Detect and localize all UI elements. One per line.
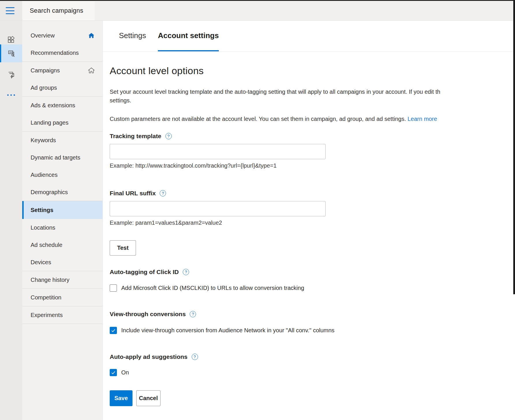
view-through-label-row: View-through conversions ? (110, 311, 515, 318)
icon-rail (0, 21, 22, 420)
auto-tagging-checkbox-row: Add Microsoft Click ID (MSCLKID) to URLs… (110, 284, 515, 292)
sidebar-item-competition[interactable]: Competition (22, 289, 102, 306)
auto-tagging-label: Auto-tagging of Click ID (110, 269, 179, 275)
sidebar-item-devices[interactable]: Devices (22, 254, 102, 271)
check-icon (111, 328, 116, 333)
intro-line-2: settings. (110, 96, 515, 105)
sidebar-item-ad-groups[interactable]: Ad groups (22, 79, 102, 96)
help-icon[interactable]: ? (192, 354, 198, 360)
auto-apply-checkbox[interactable] (110, 369, 117, 376)
home-icon (88, 32, 95, 39)
bulk-edits-icon[interactable] (0, 66, 22, 83)
final-url-suffix-input[interactable] (110, 201, 326, 216)
main-panel: Settings Account settings Account level … (103, 21, 515, 420)
auto-tagging-label-row: Auto-tagging of Click ID ? (110, 269, 515, 275)
sidebar-item-recommendations[interactable]: Recommendations (22, 44, 102, 61)
view-through-checkbox-row: Include view-through conversion from Aud… (110, 327, 515, 334)
custom-parameters-text: Custom parameters are not available at t… (110, 116, 406, 122)
section-heading: Account level options (110, 65, 515, 76)
sidebar-item-experiments[interactable]: Experiments (22, 306, 102, 324)
check-icon (111, 370, 116, 375)
intro-line-1: Set your account level tracking template… (110, 87, 515, 96)
account-level-options-section: Account level options Set your account l… (103, 65, 515, 406)
more-icon[interactable] (0, 87, 22, 103)
app-header: Search campaigns (0, 1, 515, 21)
tracking-template-label-row: Tracking template ? (110, 133, 515, 140)
sidebar-item-overview[interactable]: Overview (22, 27, 102, 44)
msclkid-checkbox[interactable] (110, 284, 117, 292)
sidebar: Overview Recommendations Campaigns Ad gr… (22, 21, 103, 420)
final-url-suffix-label: Final URL suffix (110, 190, 156, 197)
auto-apply-checkbox-label: On (121, 369, 129, 376)
sidebar-item-ad-schedule[interactable]: Ad schedule (22, 236, 102, 254)
page-title: Search campaigns (22, 7, 83, 14)
auto-apply-label: Auto-apply ad suggestions (110, 353, 188, 360)
sidebar-item-ads-extensions[interactable]: Ads & extensions (22, 97, 102, 114)
custom-parameters-note: Custom parameters are not available at t… (110, 116, 515, 122)
help-icon[interactable]: ? (165, 133, 172, 139)
sidebar-divider (22, 324, 102, 324)
tracking-template-label: Tracking template (110, 133, 161, 140)
tab-bar: Settings Account settings (103, 21, 515, 52)
sidebar-item-keywords[interactable]: Keywords (22, 132, 102, 149)
intro-paragraph: Set your account level tracking template… (110, 87, 515, 105)
view-through-label: View-through conversions (110, 311, 186, 318)
help-icon[interactable]: ? (190, 311, 196, 317)
sidebar-item-settings[interactable]: Settings (22, 201, 102, 219)
sidebar-item-demographics[interactable]: Demographics (22, 183, 102, 201)
help-icon[interactable]: ? (160, 190, 166, 196)
help-icon[interactable]: ? (183, 269, 189, 275)
cancel-button[interactable]: Cancel (136, 390, 161, 406)
home-outline-icon (88, 67, 95, 74)
tracking-template-example: Example: http://www.trackingtool.com/tra… (110, 162, 515, 169)
view-through-checkbox-label: Include view-through conversion from Aud… (121, 327, 335, 334)
save-button[interactable]: Save (110, 390, 133, 406)
final-url-suffix-label-row: Final URL suffix ? (110, 190, 515, 197)
sidebar-item-campaigns[interactable]: Campaigns (22, 62, 102, 79)
learn-more-link[interactable]: Learn more (408, 116, 437, 122)
sidebar-item-locations[interactable]: Locations (22, 219, 102, 236)
view-through-checkbox[interactable] (110, 327, 117, 334)
tab-settings[interactable]: Settings (119, 21, 146, 51)
title-zone: Search campaigns (22, 1, 95, 20)
window-top-edge (0, 0, 515, 1)
sidebar-item-audiences[interactable]: Audiences (22, 166, 102, 183)
form-actions: Save Cancel (110, 390, 515, 406)
auto-apply-label-row: Auto-apply ad suggestions ? (110, 353, 515, 360)
test-button[interactable]: Test (110, 240, 136, 256)
msclkid-checkbox-label: Add Microsoft Click ID (MSCLKID) to URLs… (121, 285, 304, 291)
sidebar-item-change-history[interactable]: Change history (22, 271, 102, 288)
window-right-edge (513, 0, 515, 294)
header-rail (0, 1, 22, 20)
sidebar-item-landing-pages[interactable]: Landing pages (22, 114, 102, 131)
app-window: Search campaigns (0, 0, 515, 420)
hamburger-menu-icon[interactable] (6, 7, 14, 14)
final-url-suffix-example: Example: param1=values1&param2=value2 (110, 220, 515, 226)
sidebar-item-dynamic-ad-targets[interactable]: Dynamic ad targets (22, 149, 102, 166)
auto-apply-checkbox-row: On (110, 369, 515, 376)
tab-account-settings[interactable]: Account settings (158, 21, 219, 51)
recommendations-icon[interactable] (0, 44, 22, 62)
tracking-template-input[interactable] (110, 144, 326, 159)
